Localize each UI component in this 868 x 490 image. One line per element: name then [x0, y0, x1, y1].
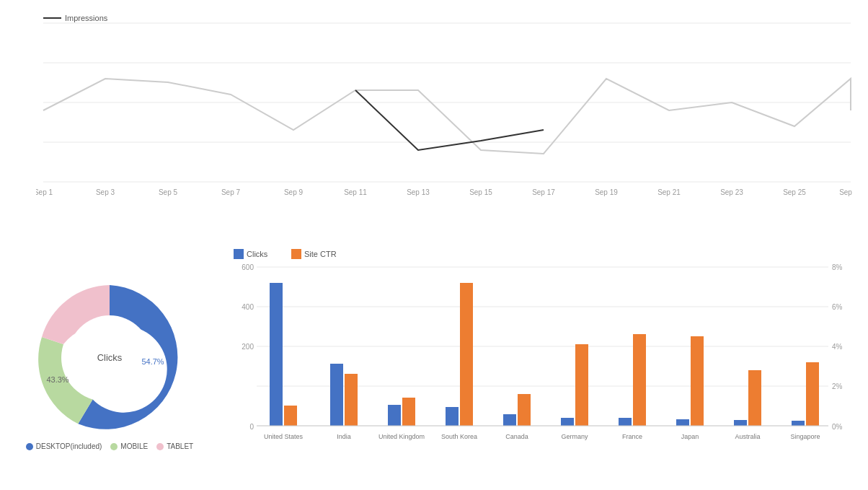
y-right-2: 2%	[832, 382, 843, 390]
bar-australia-ctr	[748, 370, 761, 426]
clicks-legend-box	[234, 249, 244, 259]
x-label-sep13: Sep 13	[407, 188, 430, 196]
y-right-4: 4%	[832, 343, 843, 351]
desktop-dot	[26, 443, 33, 450]
bar-australia-clicks	[734, 420, 747, 426]
x-label-singapore: Singapore	[790, 433, 820, 440]
mobile-pct: 43.3%	[46, 375, 68, 384]
x-label-canada: Canada	[505, 433, 528, 440]
x-label-uk: United Kingdom	[378, 433, 425, 440]
x-label-sep5: Sep 5	[159, 188, 178, 196]
bar-singapore-ctr	[806, 362, 819, 426]
clicks-legend-label: Clicks	[247, 250, 268, 258]
x-label-sep1: Sep 1	[36, 188, 53, 196]
x-label-germany: Germany	[561, 433, 588, 440]
donut-center-label: Clicks	[97, 352, 123, 363]
y-right-6: 6%	[832, 303, 843, 311]
x-label-australia: Australia	[735, 433, 760, 440]
y-left-0: 0	[249, 423, 254, 431]
main-container: Impressions 20K 15K 10K 5K 0 Sep 1 Sep 3…	[0, 0, 868, 490]
legend-desktop: DESKTOP(included)	[26, 442, 102, 450]
y-right-8: 8%	[832, 263, 843, 271]
y-left-600: 600	[242, 263, 254, 271]
bar-india-clicks	[330, 364, 343, 426]
x-label-sep9: Sep 9	[284, 188, 304, 196]
legend-mobile: MOBILE	[110, 442, 148, 450]
x-label-sep15: Sep 15	[469, 188, 492, 196]
bottom-section: Clicks 54.7% 43.3% DESKTOP(included) MOB…	[0, 238, 868, 490]
bar-singapore-clicks	[792, 421, 805, 426]
x-label-sep11: Sep 11	[344, 188, 367, 196]
donut-legend: DESKTOP(included) MOBILE TABLET	[26, 442, 193, 450]
bar-us-ctr	[284, 406, 297, 426]
donut-section: Clicks 54.7% 43.3% DESKTOP(included) MOB…	[7, 245, 212, 483]
bar-canada-ctr	[518, 394, 531, 426]
mobile-dot	[110, 443, 118, 450]
x-label-sep3: Sep 3	[96, 188, 115, 196]
bar-canada-clicks	[503, 414, 516, 426]
x-label-sep23: Sep 23	[720, 188, 743, 196]
x-label-us: United States	[264, 433, 304, 440]
bar-chart-section: Clicks Site CTR 600 400 200 0 8% 6% 4% 2…	[212, 245, 854, 483]
donut-chart: Clicks 54.7% 43.3%	[30, 278, 189, 437]
x-label-sep7: Sep 7	[221, 188, 241, 196]
bar-uk-clicks	[388, 405, 401, 426]
bar-us-clicks	[270, 283, 283, 426]
bar-uk-ctr	[402, 398, 415, 426]
y-left-200: 200	[242, 343, 254, 351]
bar-chart: Clicks Site CTR 600 400 200 0 8% 6% 4% 2…	[226, 245, 854, 469]
bar-sk-clicks	[446, 407, 459, 426]
line-legend: Impressions	[65, 14, 108, 22]
x-label-sk: South Korea	[441, 433, 477, 440]
x-label-sep19: Sep 19	[595, 188, 618, 196]
x-label-sep21: Sep 21	[657, 188, 681, 196]
bar-japan-clicks	[676, 419, 689, 426]
y-right-0: 0%	[832, 423, 843, 431]
x-label-france: France	[622, 433, 642, 440]
x-label-japan: Japan	[681, 433, 699, 440]
line-chart-section: Impressions 20K 15K 10K 5K 0 Sep 1 Sep 3…	[0, 0, 868, 238]
desktop-label: DESKTOP(included)	[36, 442, 102, 450]
ctr-legend-label: Site CTR	[304, 250, 337, 258]
tablet-label: TABLET	[167, 442, 193, 450]
bar-sk-ctr	[460, 283, 473, 426]
bar-japan-ctr	[691, 336, 704, 426]
bar-india-ctr	[345, 374, 358, 426]
legend-tablet: TABLET	[156, 442, 193, 450]
desktop-pct: 54.7%	[141, 357, 164, 366]
line-chart: Impressions 20K 15K 10K 5K 0 Sep 1 Sep 3…	[36, 7, 854, 231]
tablet-dot	[156, 443, 164, 450]
x-label-sep27: Sep 27	[839, 188, 854, 196]
bar-germany-ctr	[575, 344, 588, 426]
bar-france-clicks	[619, 418, 632, 426]
x-label-sep17: Sep 17	[532, 188, 555, 196]
y-left-400: 400	[242, 303, 254, 311]
x-label-sep25: Sep 25	[783, 188, 806, 196]
ctr-legend-box	[291, 249, 301, 259]
bar-germany-clicks	[561, 418, 574, 426]
x-label-india: India	[337, 433, 351, 440]
bar-france-ctr	[633, 334, 646, 426]
mobile-label: MOBILE	[120, 442, 148, 450]
